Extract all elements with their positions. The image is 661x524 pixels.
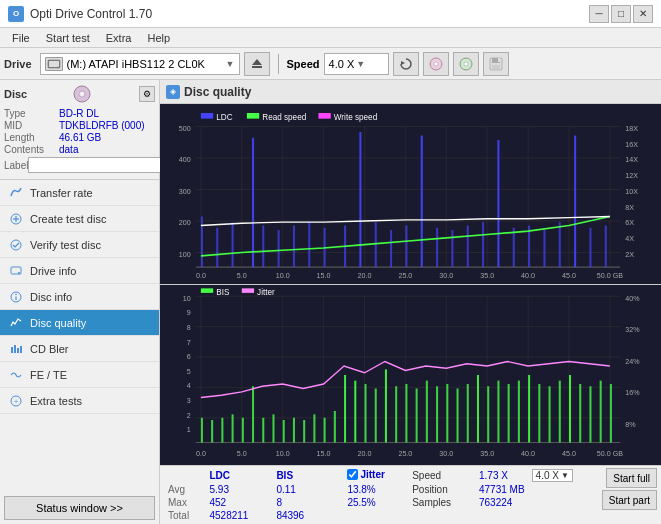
- svg-text:16%: 16%: [625, 388, 640, 397]
- status-window-button[interactable]: Status window >>: [4, 496, 155, 520]
- svg-rect-79: [559, 222, 561, 267]
- menu-help[interactable]: Help: [139, 30, 178, 46]
- burn-button[interactable]: [453, 52, 479, 76]
- svg-rect-143: [334, 411, 336, 443]
- svg-rect-161: [518, 381, 520, 443]
- start-part-button[interactable]: Start part: [602, 490, 657, 510]
- jitter-checkbox[interactable]: [347, 469, 358, 480]
- svg-rect-54: [318, 113, 330, 119]
- sidebar-item-fe-te[interactable]: FE / TE: [0, 362, 159, 388]
- menu-file[interactable]: File: [4, 30, 38, 46]
- bottom-chart: BIS Jitter: [160, 285, 661, 465]
- svg-rect-71: [436, 228, 438, 267]
- top-chart: LDC Read speed Write speed: [160, 104, 661, 285]
- disc-browse-button[interactable]: ⚙: [139, 86, 155, 102]
- svg-text:400: 400: [179, 155, 191, 164]
- svg-rect-73: [467, 226, 469, 268]
- svg-rect-158: [487, 386, 489, 442]
- disc-quality-icon: [8, 315, 24, 331]
- sidebar-item-drive-info[interactable]: Drive info: [0, 258, 159, 284]
- svg-rect-139: [293, 418, 295, 443]
- svg-point-7: [434, 62, 438, 66]
- svg-rect-67: [375, 222, 377, 267]
- svg-text:10X: 10X: [625, 187, 638, 196]
- svg-text:7: 7: [187, 337, 191, 346]
- disc-info-label: Disc info: [30, 291, 72, 303]
- svg-rect-1: [49, 61, 59, 67]
- svg-text:8X: 8X: [625, 202, 634, 211]
- speed-stat-select[interactable]: 4.0 X▼: [528, 468, 598, 483]
- eject-button[interactable]: [244, 52, 270, 76]
- svg-rect-165: [559, 381, 561, 443]
- svg-rect-153: [436, 386, 438, 442]
- ldc-header: LDC: [206, 468, 273, 483]
- disc-mid-row: MID TDKBLDRFB (000): [4, 120, 155, 131]
- svg-rect-169: [600, 381, 602, 443]
- samples-label: Samples: [408, 496, 475, 509]
- svg-rect-164: [549, 386, 551, 442]
- svg-text:20.0: 20.0: [358, 271, 372, 280]
- svg-rect-80: [574, 136, 576, 268]
- disc-type-row: Type BD-R DL: [4, 108, 155, 119]
- drive-text: (M:) ATAPI iHBS112 2 CL0K: [67, 58, 222, 70]
- svg-text:4: 4: [187, 381, 191, 390]
- menu-start-test[interactable]: Start test: [38, 30, 98, 46]
- sidebar-item-extra-tests[interactable]: + Extra tests: [0, 388, 159, 414]
- fe-te-label: FE / TE: [30, 369, 67, 381]
- speed-label: Speed: [287, 58, 320, 70]
- speed-selector[interactable]: 4.0 X ▼: [324, 53, 389, 75]
- svg-rect-4: [252, 66, 262, 68]
- svg-text:2: 2: [187, 410, 191, 419]
- svg-rect-12: [498, 58, 500, 62]
- sidebar-item-create-test-disc[interactable]: Create test disc: [0, 206, 159, 232]
- disc-quality-label: Disc quality: [30, 317, 86, 329]
- svg-text:Write speed: Write speed: [334, 111, 378, 121]
- svg-rect-168: [589, 386, 591, 442]
- svg-marker-3: [252, 59, 262, 65]
- disc-label-row: Label ⚙: [4, 157, 155, 173]
- svg-text:15.0: 15.0: [317, 271, 331, 280]
- svg-rect-167: [579, 384, 581, 443]
- maximize-button[interactable]: □: [611, 5, 631, 23]
- create-test-disc-icon: [8, 211, 24, 227]
- cd-bler-label: CD Bler: [30, 343, 69, 355]
- save-button[interactable]: [483, 52, 509, 76]
- sidebar-item-disc-info[interactable]: Disc info: [0, 284, 159, 310]
- max-bis: 8: [272, 496, 323, 509]
- position-value: 47731 MB: [475, 483, 598, 496]
- start-full-button[interactable]: Start full: [606, 468, 657, 488]
- sidebar-item-disc-quality[interactable]: Disc quality: [0, 310, 159, 336]
- close-button[interactable]: ✕: [633, 5, 653, 23]
- verify-test-disc-icon: [8, 237, 24, 253]
- svg-text:0.0: 0.0: [196, 449, 206, 458]
- svg-rect-72: [451, 230, 453, 267]
- menu-extra[interactable]: Extra: [98, 30, 140, 46]
- refresh-button[interactable]: [393, 52, 419, 76]
- bottom-chart-svg: BIS Jitter: [160, 285, 661, 465]
- disc-button[interactable]: [423, 52, 449, 76]
- svg-rect-130: [201, 418, 203, 443]
- avg-jitter: 13.8%: [343, 483, 408, 496]
- svg-rect-162: [528, 375, 530, 443]
- svg-rect-138: [283, 420, 285, 443]
- max-jitter: 25.5%: [343, 496, 408, 509]
- svg-point-22: [18, 272, 20, 274]
- svg-text:5: 5: [187, 367, 191, 376]
- drive-selector[interactable]: (M:) ATAPI iHBS112 2 CL0K ▼: [40, 53, 240, 75]
- transfer-rate-icon: [8, 185, 24, 201]
- minimize-button[interactable]: ─: [589, 5, 609, 23]
- drive-dropdown-arrow: ▼: [226, 59, 235, 69]
- svg-rect-60: [262, 226, 264, 268]
- svg-point-20: [11, 240, 21, 250]
- extra-tests-label: Extra tests: [30, 395, 82, 407]
- svg-rect-155: [457, 389, 459, 443]
- svg-rect-145: [354, 381, 356, 443]
- svg-rect-28: [17, 348, 19, 353]
- sidebar-item-transfer-rate[interactable]: Transfer rate: [0, 180, 159, 206]
- sidebar-item-cd-bler[interactable]: CD Bler: [0, 336, 159, 362]
- length-label: Length: [4, 132, 59, 143]
- sidebar-item-verify-test-disc[interactable]: Verify test disc: [0, 232, 159, 258]
- svg-rect-70: [421, 136, 423, 268]
- label-input[interactable]: [28, 157, 161, 173]
- svg-text:40%: 40%: [625, 293, 640, 302]
